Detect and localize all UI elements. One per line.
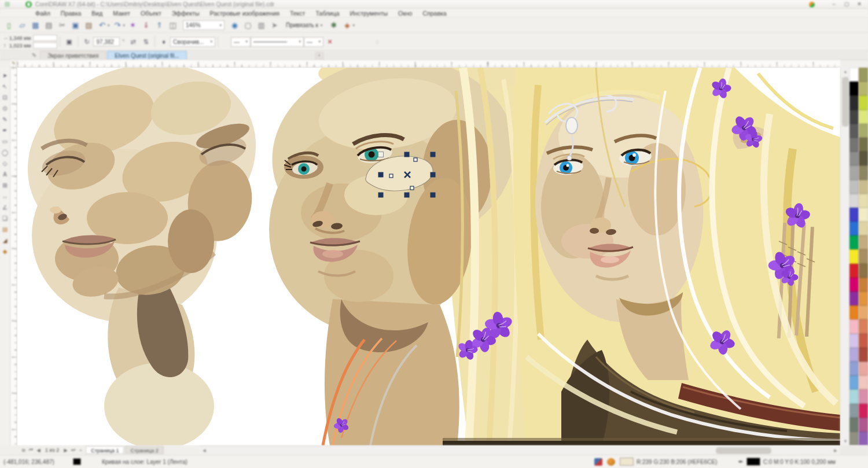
lock-ratio-button[interactable]: ▣: [64, 36, 74, 47]
palette-swatch[interactable]: [849, 235, 859, 249]
palette-swatch[interactable]: [859, 180, 868, 194]
cut-icon[interactable]: ✂: [57, 20, 68, 31]
palette-swatch[interactable]: [859, 95, 868, 109]
menu-item-3[interactable]: Макет: [108, 9, 135, 18]
shape-tool[interactable]: ↖: [1, 81, 10, 92]
palette-swatch[interactable]: [849, 110, 859, 124]
palette-swatch[interactable]: [859, 362, 868, 375]
page-tab-2[interactable]: Страница 2: [125, 446, 163, 454]
tab-welcome-screen[interactable]: Экран приветствия: [40, 51, 106, 60]
palette-swatch[interactable]: [859, 264, 868, 278]
new-document-icon[interactable]: ▯: [3, 20, 14, 31]
mirror-vertical-button[interactable]: ⇅: [141, 36, 151, 47]
rectangle-tool[interactable]: ▭: [1, 136, 10, 147]
drop-shadow-tool[interactable]: ❏: [1, 213, 10, 224]
palette-swatch[interactable]: [849, 375, 859, 389]
palette-swatch[interactable]: [849, 334, 859, 348]
freehand-tool[interactable]: ✎: [1, 114, 10, 125]
palette-swatch[interactable]: [859, 432, 868, 445]
pick-state-icon[interactable]: ➤: [269, 20, 280, 31]
text-tool[interactable]: A: [1, 169, 10, 180]
drawing-canvas[interactable]: [17, 68, 840, 445]
palette-swatch[interactable]: [859, 222, 868, 235]
horizontal-ruler[interactable]: [17, 60, 840, 68]
view-page-icon[interactable]: ▢: [242, 20, 253, 31]
print-icon[interactable]: ▤: [43, 20, 54, 31]
interactive-fill-tool[interactable]: ◆: [1, 246, 10, 257]
horizontal-scrollbar[interactable]: ◀ ▶: [200, 445, 840, 455]
options-icon[interactable]: ✱: [328, 20, 339, 31]
palette-swatch[interactable]: [849, 95, 859, 109]
rotation-angle-field[interactable]: 97,382: [93, 37, 120, 46]
chevron-down-icon[interactable]: ▾: [123, 23, 126, 28]
palette-swatch[interactable]: [859, 152, 868, 165]
palette-swatch[interactable]: [849, 152, 859, 165]
quick-access-icon[interactable]: [5, 2, 10, 7]
palette-swatch[interactable]: [849, 82, 859, 95]
show-rulers-icon[interactable]: ▥: [256, 20, 267, 31]
export-icon[interactable]: ⇑: [154, 20, 165, 31]
dimension-tool[interactable]: ↔: [1, 191, 10, 202]
copy-icon[interactable]: ▣: [70, 20, 81, 31]
open-folder-icon[interactable]: ▱: [17, 20, 28, 31]
artwork-middle-head[interactable]: [263, 68, 538, 445]
palette-swatch[interactable]: [849, 222, 859, 235]
maximize-button[interactable]: ▢: [840, 1, 853, 9]
menu-item-11[interactable]: Справка: [417, 9, 451, 18]
vertical-ruler[interactable]: [10, 68, 17, 445]
chevron-down-icon[interactable]: ▾: [108, 23, 110, 28]
palette-swatch[interactable]: [849, 264, 859, 278]
crop-tool[interactable]: ⊡: [1, 92, 10, 103]
publish-icon[interactable]: ◫: [167, 20, 178, 31]
menu-item-7[interactable]: Текст: [285, 9, 310, 18]
zoom-level-combo[interactable]: 146% ▾: [183, 20, 225, 30]
ellipse-tool[interactable]: ◯: [1, 147, 10, 158]
palette-swatch[interactable]: [859, 375, 868, 389]
palette-swatch[interactable]: [849, 180, 859, 194]
palette-swatch[interactable]: [859, 138, 868, 152]
palette-swatch[interactable]: [849, 68, 859, 82]
palette-swatch[interactable]: [859, 348, 868, 362]
artwork-left-head[interactable]: [17, 68, 278, 445]
scroll-right-icon[interactable]: ▶: [831, 447, 840, 455]
page-tab-1[interactable]: Страница 1: [86, 446, 124, 454]
palette-swatch[interactable]: [849, 389, 859, 403]
palette-swatch[interactable]: [849, 208, 859, 222]
artistic-media-tool[interactable]: ✒: [1, 125, 10, 136]
menu-item-10[interactable]: Окно: [393, 9, 417, 18]
object-width-field[interactable]: [33, 35, 57, 41]
paste-icon[interactable]: ▨: [83, 20, 94, 31]
object-height-field[interactable]: [33, 42, 57, 49]
palette-swatch[interactable]: [859, 82, 868, 95]
vertical-scroll-thumb[interactable]: [842, 77, 849, 127]
menu-item-6[interactable]: Растровые изображения: [205, 9, 285, 18]
redo-icon[interactable]: ↷: [112, 20, 123, 31]
arrow-start-combo[interactable]: — ▾: [231, 37, 251, 47]
palette-swatch[interactable]: [859, 305, 868, 319]
palette-swatch[interactable]: [859, 404, 868, 418]
menu-item-4[interactable]: Объект: [135, 9, 167, 18]
first-page-button[interactable]: ⏮: [27, 447, 35, 453]
fill-color-swatch[interactable]: [620, 458, 634, 466]
palette-swatch[interactable]: [859, 278, 868, 292]
import-icon[interactable]: ⇓: [141, 20, 152, 31]
application-launcher-icon[interactable]: ◈: [341, 20, 352, 31]
palette-swatch[interactable]: [859, 194, 868, 208]
full-screen-preview-icon[interactable]: ◉: [229, 20, 240, 31]
outline-color-swatch[interactable]: [746, 458, 760, 466]
previous-page-button[interactable]: ◀: [35, 448, 42, 453]
search-content-icon[interactable]: ✶: [127, 20, 138, 31]
menu-item-1[interactable]: Правка: [56, 9, 86, 18]
palette-swatch[interactable]: [849, 124, 859, 138]
palette-swatch[interactable]: [849, 292, 859, 305]
palette-swatch[interactable]: [859, 110, 868, 124]
outline-width-combo[interactable]: Сворачив... ▾: [170, 37, 215, 47]
palette-swatch[interactable]: [859, 319, 868, 333]
close-button[interactable]: ✕: [853, 1, 866, 9]
minimize-button[interactable]: –: [827, 1, 840, 9]
palette-swatch[interactable]: [859, 418, 868, 432]
palette-swatch[interactable]: [859, 165, 868, 179]
palette-swatch[interactable]: [859, 334, 868, 348]
table-tool[interactable]: ⊞: [1, 180, 10, 191]
palette-swatch[interactable]: [859, 208, 868, 222]
